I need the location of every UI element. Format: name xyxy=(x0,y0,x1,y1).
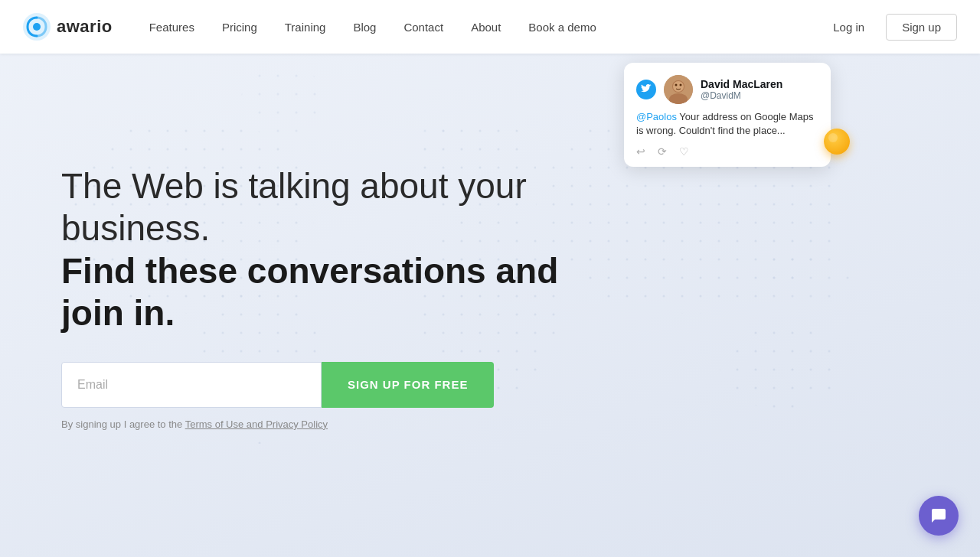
nav-training[interactable]: Training xyxy=(271,0,340,54)
tweet-user-info: David MacLaren @DavidM xyxy=(701,78,782,101)
nav-book-demo[interactable]: Book a demo xyxy=(514,0,609,54)
hero-terms: By signing up I agree to the Terms of Us… xyxy=(61,419,582,430)
nav-pricing[interactable]: Pricing xyxy=(208,0,271,54)
tweet-retweet-icon[interactable]: ⟳ xyxy=(658,145,667,158)
tweet-reply-icon[interactable]: ↩ xyxy=(636,145,645,158)
tweet-platform-icon xyxy=(636,80,656,99)
tweet-handle: @DavidM xyxy=(701,90,782,101)
cursor-dot xyxy=(824,129,850,155)
logo-text: awario xyxy=(57,17,113,37)
signup-cta-button[interactable]: SIGN UP FOR FREE xyxy=(322,362,494,408)
navbar: awario Features Pricing Training Blog Co… xyxy=(0,0,980,54)
nav-contact[interactable]: Contact xyxy=(390,0,457,54)
svg-point-11 xyxy=(758,245,850,306)
hero-section: David MacLaren @DavidM @Paolos Your addr… xyxy=(0,0,980,557)
tweet-card: David MacLaren @DavidM @Paolos Your addr… xyxy=(624,63,831,167)
tweet-body: @Paolos Your address on Google Maps is w… xyxy=(636,110,817,138)
cursor-dot-inner xyxy=(828,133,838,142)
hero-title-bold: Find these conversations and join in. xyxy=(61,250,582,334)
nav-blog[interactable]: Blog xyxy=(339,0,390,54)
svg-point-8 xyxy=(720,325,842,409)
svg-point-10 xyxy=(410,119,448,149)
terms-prefix: By signing up I agree to the xyxy=(61,419,185,430)
login-button[interactable]: Log in xyxy=(822,15,875,40)
svg-point-1 xyxy=(33,23,41,31)
tweet-actions: ↩ ⟳ ♡ xyxy=(636,145,817,158)
nav-links: Features Pricing Training Blog Contact A… xyxy=(136,0,823,54)
logo-link[interactable]: awario xyxy=(23,13,113,41)
navbar-right: Log in Sign up xyxy=(822,14,957,41)
hero-form: SIGN UP FOR FREE xyxy=(61,362,582,408)
chat-widget-button[interactable] xyxy=(919,496,959,536)
svg-point-15 xyxy=(673,81,684,92)
svg-point-9 xyxy=(241,65,325,134)
svg-point-17 xyxy=(680,84,682,86)
tweet-mention[interactable]: @Paolos xyxy=(636,111,677,122)
tweet-avatar xyxy=(664,75,693,104)
hero-title-light: The Web is talking about your business. xyxy=(61,165,582,249)
svg-point-16 xyxy=(675,84,678,86)
signup-nav-button[interactable]: Sign up xyxy=(886,14,957,41)
nav-about[interactable]: About xyxy=(457,0,514,54)
awario-logo-icon xyxy=(23,13,51,41)
tweet-header: David MacLaren @DavidM xyxy=(636,75,817,104)
hero-content: The Web is talking about your business. … xyxy=(61,165,582,430)
nav-features[interactable]: Features xyxy=(136,0,208,54)
tweet-like-icon[interactable]: ♡ xyxy=(679,145,689,158)
email-input[interactable] xyxy=(61,362,322,408)
tweet-username: David MacLaren xyxy=(701,78,782,90)
terms-link[interactable]: Terms of Use and Privacy Policy xyxy=(185,419,328,430)
